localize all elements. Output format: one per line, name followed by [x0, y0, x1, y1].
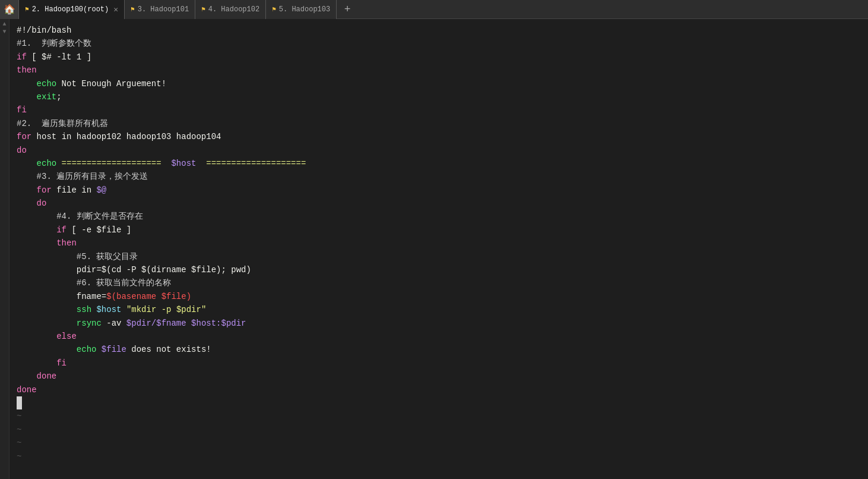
line-12: do — [17, 144, 861, 157]
main-area: ▲ ▼ #!/bin/bash #1. 判断参数个数 if [ $# -lt 1… — [0, 19, 868, 479]
line-26: ssh $host "mkdir -p $pdir" — [17, 303, 861, 316]
line-24: #6. 获取当前文件的名称 — [17, 276, 861, 289]
line-22: pdir=$(cd -P $(dirname $file); pwd) — [17, 263, 861, 276]
line-21: #5. 获取父目录 — [17, 250, 861, 263]
line-20: then — [17, 237, 861, 250]
line-3: #1. 判断参数个数 — [17, 37, 861, 50]
line-29: echo $file does not exists! — [17, 343, 861, 356]
line-37: ~ — [17, 450, 861, 463]
line-32: done — [17, 383, 861, 396]
tab-hadoop100[interactable]: ⚑ 2. Hadoop100(root) ✕ — [19, 0, 125, 19]
line-10: #2. 遍历集群所有机器 — [17, 117, 861, 130]
cursor — [17, 396, 22, 409]
line-1: #!/bin/bash — [17, 24, 861, 37]
line-19: if [ -e $file ] — [17, 223, 861, 237]
tab-hadoop101[interactable]: ⚑ 3. Hadoop101 — [125, 0, 195, 19]
scroll-up-icon[interactable]: ▲ — [2, 21, 6, 27]
line-30: fi — [17, 357, 861, 370]
line-14: #3. 遍历所有目录，挨个发送 — [17, 170, 861, 183]
tab-flag-icon-4: ⚑ — [272, 5, 276, 13]
scroll-down-icon[interactable]: ▼ — [2, 29, 6, 35]
tab-bar: 🏠 ⚑ 2. Hadoop100(root) ✕ ⚑ 3. Hadoop101 … — [0, 0, 868, 19]
line-13: echo ==================== $host ========… — [17, 157, 861, 170]
line-18: #4. 判断文件是否存在 — [17, 210, 861, 223]
line-17: do — [17, 197, 861, 210]
tab-label-2: 3. Hadoop101 — [138, 5, 189, 14]
line-11: for host in hadoop102 hadoop103 hadoop10… — [17, 130, 861, 143]
line-34: ~ — [17, 409, 861, 423]
line-35: ~ — [17, 423, 861, 436]
add-tab-button[interactable]: + — [339, 1, 356, 18]
tab-flag-icon-3: ⚑ — [201, 5, 205, 13]
line-27: rsync -av $pdir/$fname $host:$pdir — [17, 317, 861, 330]
left-scrollbar[interactable]: ▲ ▼ — [0, 19, 9, 479]
tab-label: 2. Hadoop100(root) — [32, 5, 109, 14]
tab-label-4: 5. Hadoop103 — [279, 5, 330, 14]
line-7: exit; — [17, 90, 861, 103]
tab-hadoop103[interactable]: ⚑ 5. Hadoop103 — [266, 0, 337, 19]
line-8: fi — [17, 103, 861, 116]
tab-close-icon[interactable]: ✕ — [113, 5, 118, 14]
home-button[interactable]: 🏠 — [0, 0, 19, 19]
line-36: ~ — [17, 436, 861, 449]
line-16: for file in $@ — [17, 184, 861, 197]
line-33 — [17, 396, 861, 409]
tab-label-3: 4. Hadoop102 — [208, 5, 259, 14]
tab-flag-icon-2: ⚑ — [131, 5, 135, 13]
home-icon: 🏠 — [4, 4, 15, 15]
line-4: if [ $# -lt 1 ] — [17, 51, 861, 64]
line-5: then — [17, 64, 861, 77]
line-31: done — [17, 370, 861, 383]
line-28: else — [17, 330, 861, 343]
line-25: fname=$(basename $file) — [17, 290, 861, 303]
line-6: echo Not Enough Arguement! — [17, 77, 861, 90]
code-editor[interactable]: #!/bin/bash #1. 判断参数个数 if [ $# -lt 1 ] t… — [9, 19, 868, 479]
tab-hadoop102[interactable]: ⚑ 4. Hadoop102 — [195, 0, 266, 19]
tab-flag-icon: ⚑ — [25, 5, 29, 13]
